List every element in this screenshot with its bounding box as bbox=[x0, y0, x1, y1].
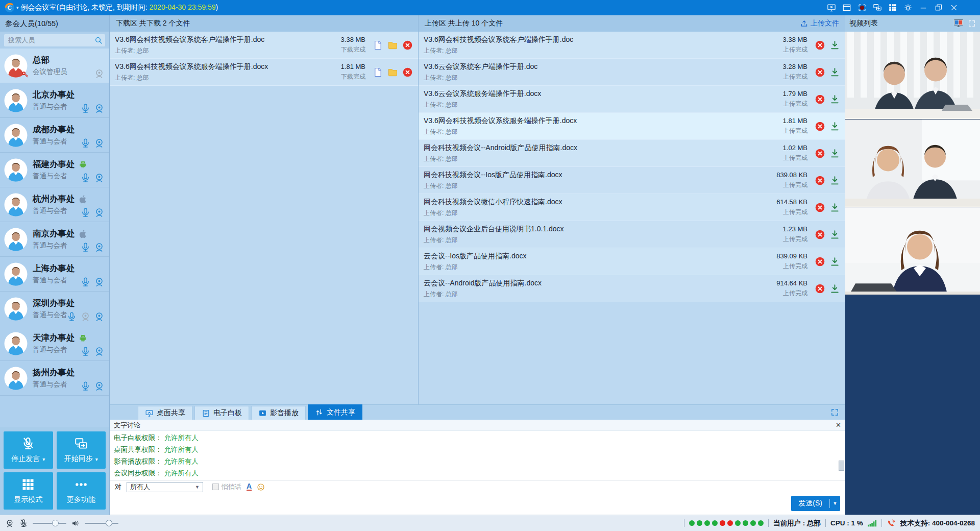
cam-icon[interactable] bbox=[94, 207, 105, 218]
xcircle-icon[interactable] bbox=[815, 256, 825, 267]
maximize-button[interactable] bbox=[934, 3, 943, 12]
xcircle-icon[interactable] bbox=[402, 40, 413, 51]
download-icon[interactable] bbox=[829, 229, 840, 240]
download-icon[interactable] bbox=[829, 256, 840, 267]
mic-icon[interactable] bbox=[80, 207, 91, 218]
mic-icon[interactable] bbox=[80, 242, 91, 253]
cam-icon[interactable] bbox=[94, 242, 105, 253]
upload-file-row[interactable]: 网会科技视频会议微信小程序快速指南.docx 上传者: 总部 614.58 KB… bbox=[419, 194, 845, 221]
cam-icon[interactable] bbox=[94, 103, 105, 114]
download-icon[interactable] bbox=[829, 202, 840, 213]
mic-icon[interactable] bbox=[80, 381, 91, 392]
search-icon[interactable] bbox=[94, 36, 103, 44]
speaker-volume-slider[interactable] bbox=[85, 523, 118, 524]
participant-row[interactable]: 天津办事处 普通与会者 bbox=[0, 326, 109, 361]
tab[interactable]: 电子白板 bbox=[194, 406, 249, 420]
participant-row[interactable]: 总部 会议管理员 bbox=[0, 49, 109, 83]
sidebar-action-button[interactable]: 开始同步▾ bbox=[57, 431, 106, 469]
upload-file-row[interactable]: 云会议--Ios版产品使用指南.docx 上传者: 总部 839.09 KB 上… bbox=[419, 248, 845, 275]
video-thumbnail[interactable] bbox=[845, 119, 980, 207]
expand-panel-icon[interactable] bbox=[830, 408, 839, 417]
upload-file-row[interactable]: 网会视频会议企业后台使用说明书1.0.1.docx 上传者: 总部 1.23 M… bbox=[419, 221, 845, 248]
chat-close-icon[interactable]: ✕ bbox=[836, 422, 841, 428]
upload-file-row[interactable]: V3.6网会科技视频会议系统服务端操作手册.docx 上传者: 总部 1.81 … bbox=[419, 113, 845, 140]
mic-icon[interactable] bbox=[66, 311, 77, 322]
download-icon[interactable] bbox=[829, 94, 840, 105]
sidebar-action-button[interactable]: 停止发言▾ bbox=[4, 431, 53, 469]
video-thumbnail[interactable] bbox=[845, 32, 980, 119]
page-icon[interactable] bbox=[373, 67, 383, 78]
xcircle-icon[interactable] bbox=[815, 67, 825, 78]
cam-icon[interactable] bbox=[94, 277, 105, 287]
xcircle-icon[interactable] bbox=[815, 229, 825, 240]
xcircle-icon[interactable] bbox=[815, 94, 825, 105]
minimize-button[interactable] bbox=[919, 3, 928, 12]
mic-icon[interactable] bbox=[80, 138, 91, 149]
cam-icon[interactable] bbox=[94, 346, 105, 357]
camera-toggle-icon[interactable] bbox=[5, 519, 14, 528]
download-icon[interactable] bbox=[829, 40, 840, 51]
font-settings-button[interactable]: A bbox=[247, 483, 252, 491]
participant-row[interactable]: 扬州办事处 普通与会者 bbox=[0, 361, 109, 396]
xcircle-icon[interactable] bbox=[815, 40, 825, 51]
cam-grey-icon[interactable] bbox=[80, 311, 91, 322]
cam-icon[interactable] bbox=[94, 311, 105, 322]
record-button[interactable] bbox=[857, 3, 867, 12]
upload-file-row[interactable]: V3.6云会议系统服务端操作手册.docx 上传者: 总部 1.79 MB 上传… bbox=[419, 86, 845, 113]
page-icon[interactable] bbox=[373, 40, 383, 51]
speaker-icon[interactable] bbox=[71, 519, 80, 528]
extend-screen-button[interactable] bbox=[827, 3, 836, 12]
send-button[interactable]: 发送(S) ▼ bbox=[791, 496, 840, 511]
sidebar-action-button[interactable]: 更多功能 bbox=[57, 472, 106, 510]
mic-icon[interactable] bbox=[80, 173, 91, 183]
video-layout-button[interactable] bbox=[953, 19, 964, 28]
participant-row[interactable]: 深圳办事处 普通与会者 bbox=[0, 292, 109, 326]
display-grid-button[interactable] bbox=[888, 3, 897, 12]
chat-scrollbar-thumb[interactable] bbox=[839, 461, 844, 471]
send-options-caret-icon[interactable]: ▼ bbox=[830, 501, 840, 506]
xcircle-icon[interactable] bbox=[815, 283, 825, 294]
tab[interactable]: 文件共享 bbox=[308, 404, 362, 420]
upload-file-button[interactable]: 上传文件 bbox=[800, 19, 839, 28]
download-icon[interactable] bbox=[829, 121, 840, 132]
participant-row[interactable]: 福建办事处 普通与会者 bbox=[0, 153, 109, 187]
xcircle-icon[interactable] bbox=[815, 121, 825, 132]
cam-icon[interactable] bbox=[94, 138, 105, 149]
search-input[interactable] bbox=[4, 34, 105, 46]
download-file-row[interactable]: V3.6网会科技视频会议系统客户端操作手册.doc 上传者: 总部 3.38 M… bbox=[110, 32, 418, 59]
download-icon[interactable] bbox=[829, 67, 840, 78]
tab[interactable]: 桌面共享 bbox=[138, 406, 192, 420]
xcircle-icon[interactable] bbox=[815, 148, 825, 159]
screen-share-button[interactable] bbox=[873, 3, 882, 12]
cam-grey-icon[interactable] bbox=[94, 68, 105, 79]
window-mode-button[interactable] bbox=[842, 3, 851, 12]
mic-volume-knob[interactable] bbox=[52, 520, 59, 526]
participant-row[interactable]: 上海办事处 普通与会者 bbox=[0, 257, 109, 292]
download-file-row[interactable]: V3.6网会科技视频会议系统服务端操作手册.docx 上传者: 总部 1.81 … bbox=[110, 59, 418, 86]
download-icon[interactable] bbox=[829, 175, 840, 186]
cam-icon[interactable] bbox=[94, 381, 105, 392]
folder-icon[interactable] bbox=[387, 67, 398, 78]
mic-icon[interactable] bbox=[80, 346, 91, 357]
xcircle-icon[interactable] bbox=[815, 202, 825, 213]
tab[interactable]: 影音播放 bbox=[251, 406, 306, 420]
mic-icon[interactable] bbox=[80, 277, 91, 287]
participant-row[interactable]: 北京办事处 普通与会者 bbox=[0, 83, 109, 118]
speaker-volume-knob[interactable] bbox=[106, 520, 112, 526]
upload-file-row[interactable]: 网会科技视频会议--Ios版产品使用指南.docx 上传者: 总部 839.08… bbox=[419, 167, 845, 194]
upload-file-row[interactable]: 网会科技视频会议--Android版产品使用指南.docx 上传者: 总部 1.… bbox=[419, 140, 845, 167]
emoji-button[interactable] bbox=[257, 483, 265, 491]
mic-volume-slider[interactable] bbox=[33, 523, 66, 524]
title-menu-caret-icon[interactable]: ▾ bbox=[16, 5, 19, 10]
upload-file-row[interactable]: V3.6云会议系统客户端操作手册.doc 上传者: 总部 3.28 MB 上传完… bbox=[419, 59, 845, 86]
message-input[interactable]: 发送(S) ▼ bbox=[110, 493, 845, 515]
recipient-select[interactable]: 所有人 ▼ bbox=[127, 482, 203, 492]
close-button[interactable] bbox=[949, 3, 959, 12]
xcircle-icon[interactable] bbox=[402, 67, 413, 78]
cam-icon[interactable] bbox=[94, 173, 105, 183]
video-thumbnail[interactable] bbox=[845, 207, 980, 295]
participant-row[interactable]: 成都办事处 普通与会者 bbox=[0, 118, 109, 153]
folder-icon[interactable] bbox=[387, 40, 398, 51]
settings-button[interactable] bbox=[903, 3, 913, 12]
download-icon[interactable] bbox=[829, 148, 840, 159]
